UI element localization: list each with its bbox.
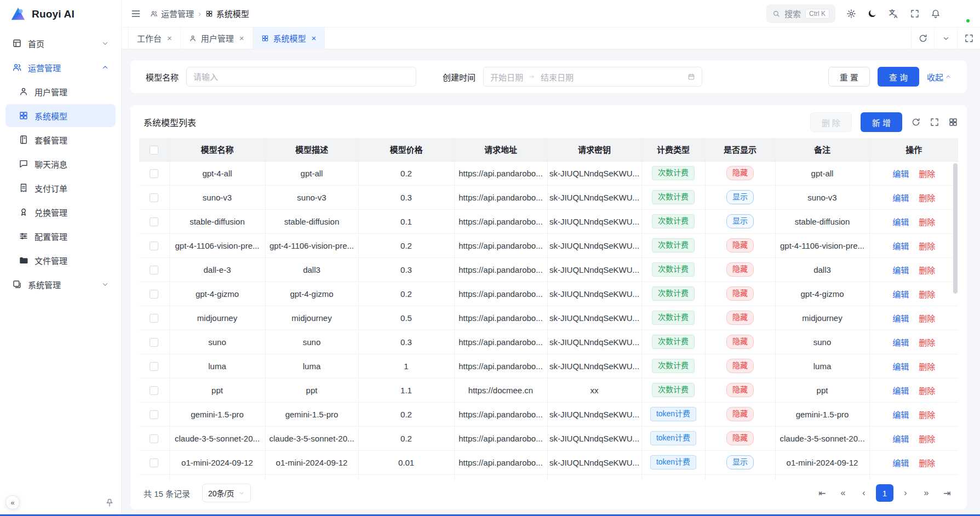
row-checkbox[interactable] — [150, 410, 158, 419]
user-avatar[interactable] — [952, 4, 970, 23]
tab-system-model[interactable]: 系统模型 × — [253, 27, 325, 49]
row-checkbox[interactable] — [150, 458, 158, 467]
edit-link[interactable]: 编辑 — [892, 338, 909, 347]
row-checkbox[interactable] — [150, 266, 158, 274]
edit-link[interactable]: 编辑 — [892, 242, 909, 251]
add-button[interactable]: 新 增 — [861, 112, 902, 132]
content-fullscreen-icon[interactable] — [957, 27, 980, 49]
edit-link[interactable]: 编辑 — [892, 386, 909, 395]
reset-button[interactable]: 重 置 — [828, 67, 870, 87]
sidebar-item-chat-messages[interactable]: 聊天消息 — [5, 152, 116, 175]
row-checkbox[interactable] — [150, 169, 158, 178]
refresh-icon[interactable] — [911, 117, 921, 127]
edit-link[interactable]: 编辑 — [892, 193, 909, 203]
delete-link[interactable]: 删除 — [919, 193, 935, 203]
row-checkbox[interactable] — [150, 434, 158, 443]
first-page-button[interactable]: ⇤ — [813, 484, 831, 502]
delete-link[interactable]: 删除 — [919, 242, 935, 251]
fullscreen-icon[interactable] — [910, 9, 920, 19]
sidebar-item-user-management[interactable]: 用户管理 — [5, 80, 116, 103]
pin-icon[interactable] — [105, 498, 114, 509]
row-checkbox[interactable] — [150, 242, 158, 250]
row-checkbox[interactable] — [150, 314, 158, 323]
sidebar-item-label: 系统管理 — [28, 279, 61, 290]
sidebar-item-operations[interactable]: 运营管理 — [5, 56, 116, 79]
row-checkbox[interactable] — [150, 193, 158, 202]
row-checkbox[interactable] — [150, 290, 158, 299]
select-all-checkbox[interactable] — [150, 146, 158, 154]
delete-link[interactable]: 删除 — [919, 386, 935, 395]
sidebar-item-config-management[interactable]: 配置管理 — [5, 225, 116, 248]
delete-link[interactable]: 删除 — [919, 290, 935, 299]
delete-link[interactable]: 删除 — [919, 169, 935, 179]
prev-page-button[interactable]: ‹ — [855, 484, 873, 502]
breadcrumb-item-system-model[interactable]: 系统模型 — [205, 8, 249, 19]
batch-delete-button[interactable]: 删 除 — [810, 112, 852, 132]
dark-mode-moon-icon[interactable] — [867, 9, 877, 19]
edit-link[interactable]: 编辑 — [892, 362, 909, 371]
edit-link[interactable]: 编辑 — [892, 458, 909, 468]
delete-link[interactable]: 删除 — [919, 217, 935, 227]
close-icon[interactable]: × — [312, 34, 317, 42]
delete-link[interactable]: 删除 — [919, 338, 935, 347]
billing-type-badge: 次数计费 — [652, 262, 695, 277]
page-number-button[interactable]: 1 — [876, 484, 893, 502]
next-group-button[interactable]: » — [918, 484, 935, 502]
delete-link[interactable]: 删除 — [919, 410, 935, 420]
delete-link[interactable]: 删除 — [919, 458, 935, 468]
row-checkbox[interactable] — [150, 217, 158, 226]
delete-link[interactable]: 删除 — [919, 314, 935, 323]
global-search[interactable]: 搜索 Ctrl K — [766, 4, 835, 23]
edit-link[interactable]: 编辑 — [892, 290, 909, 299]
tab-user-management[interactable]: 用户管理 × — [181, 27, 253, 49]
collapse-filter-link[interactable]: 收起 — [927, 71, 952, 83]
refresh-icon[interactable] — [911, 27, 934, 49]
edit-link[interactable]: 编辑 — [892, 266, 909, 275]
page-size-select[interactable]: 20条/页 — [202, 484, 250, 502]
row-checkbox[interactable] — [150, 362, 158, 371]
breadcrumb-item-operations[interactable]: 运营管理 — [150, 8, 194, 19]
language-icon[interactable] — [888, 8, 899, 19]
edit-link[interactable]: 编辑 — [892, 169, 909, 179]
tab-workbench[interactable]: 工作台 × — [128, 27, 181, 49]
table-fullscreen-icon[interactable] — [930, 117, 939, 127]
user-icon — [19, 87, 28, 96]
delete-link[interactable]: 删除 — [919, 266, 935, 275]
cell-model-price: 0.3 — [358, 257, 454, 282]
sidebar-item-system-model[interactable]: 系统模型 — [5, 104, 116, 127]
sidebar-item-system-management[interactable]: 系统管理 — [5, 273, 116, 296]
column-settings-icon[interactable] — [948, 117, 958, 127]
notification-bell-icon[interactable] — [931, 9, 941, 19]
sidebar-collapse-button[interactable]: « — [5, 495, 20, 509]
date-range-picker[interactable]: 开始日期 结束日期 — [483, 67, 702, 87]
breadcrumb: 运营管理 › 系统模型 — [150, 8, 249, 19]
sidebar-item-payment-orders[interactable]: 支付订单 — [5, 176, 116, 199]
sidebar-item-package-management[interactable]: 套餐管理 — [5, 128, 116, 151]
row-checkbox[interactable] — [150, 338, 158, 347]
edit-link[interactable]: 编辑 — [892, 314, 909, 323]
delete-link[interactable]: 删除 — [919, 434, 935, 444]
next-page-button[interactable]: › — [897, 484, 914, 502]
sidebar-item-home[interactable]: 首页 — [5, 32, 116, 55]
sidebar-item-exchange-management[interactable]: 兑换管理 — [5, 200, 116, 223]
edit-link[interactable]: 编辑 — [892, 217, 909, 227]
edit-link[interactable]: 编辑 — [892, 434, 909, 444]
close-icon[interactable]: × — [167, 34, 172, 42]
edit-link[interactable]: 编辑 — [892, 410, 909, 420]
cell-remark: luma — [775, 354, 869, 378]
table-scrollbar[interactable] — [953, 163, 958, 294]
sidebar-item-file-management[interactable]: 文件管理 — [5, 249, 116, 272]
close-icon[interactable]: × — [239, 34, 244, 42]
prev-group-button[interactable]: « — [834, 484, 852, 502]
app-logo-row[interactable]: Ruoyi AI — [0, 0, 121, 28]
hamburger-menu-icon[interactable] — [130, 8, 141, 19]
chat-icon — [19, 159, 28, 169]
settings-gear-icon[interactable] — [846, 9, 856, 19]
chevron-down-icon[interactable] — [934, 27, 957, 49]
delete-link[interactable]: 删除 — [919, 362, 935, 371]
query-button[interactable]: 查 询 — [878, 67, 919, 87]
row-checkbox[interactable] — [150, 386, 158, 395]
sidebar-item-label: 配置管理 — [35, 231, 67, 242]
model-name-input[interactable] — [186, 67, 416, 87]
last-page-button[interactable]: ⇥ — [938, 484, 956, 502]
